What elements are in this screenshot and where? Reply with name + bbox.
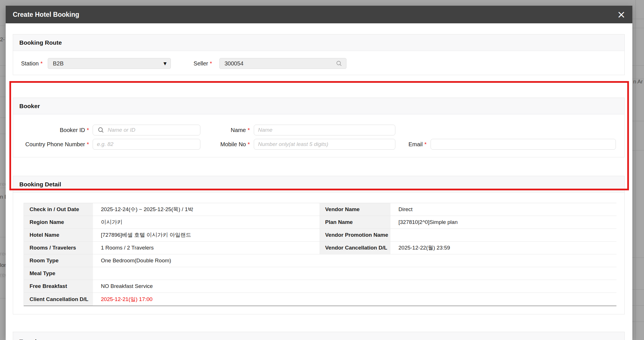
empty-cell xyxy=(319,293,390,306)
screen: 2- ree n B ree lor ree n Ar Create Hotel… xyxy=(0,0,644,340)
chevron-down-icon: ▼ xyxy=(163,61,167,66)
travelers-header: Travelers xyxy=(13,332,624,340)
row-label: Check in / Out Date xyxy=(24,203,93,216)
empty-cell xyxy=(319,280,390,292)
background-text-fragment: lor xyxy=(0,262,6,268)
row-label: Meal Type xyxy=(24,267,93,280)
row-label: Room Type xyxy=(24,254,93,267)
booking-route-header: Booking Route xyxy=(13,34,624,51)
booking-detail-section: Booking Detail Check in / Out Date 2025-… xyxy=(13,176,625,314)
row-value: Direct xyxy=(390,203,616,216)
booking-route-body: Station* B2B ▼ Seller* 300054 xyxy=(13,51,624,75)
client-cancellation-deadline: 2025-12-21(일) 17:00 xyxy=(93,293,319,306)
section-title: Booker xyxy=(19,103,40,110)
create-hotel-booking-modal: Create Hotel Booking × Booking Route Sta… xyxy=(6,6,632,340)
table-row: Client Cancellation D/L 2025-12-21(일) 17… xyxy=(24,293,616,306)
background-text-fragment: 2- xyxy=(0,36,5,43)
row-value: [727896]베셀 호텔 이시가키 아일랜드 xyxy=(93,229,319,241)
modal-title: Create Hotel Booking xyxy=(13,6,79,23)
row-label: Vendor Cancellation D/L xyxy=(319,242,390,254)
close-icon[interactable]: × xyxy=(615,8,628,21)
required-mark: * xyxy=(248,127,250,133)
row-value: One Bedroom(Double Room) xyxy=(93,254,319,267)
seller-label: Seller* xyxy=(172,58,212,69)
background-divider xyxy=(632,28,644,28)
mobile-no-label: Mobile No* xyxy=(184,139,250,150)
table-row: Room Type One Bedroom(Double Room) xyxy=(24,254,616,267)
background-divider xyxy=(632,19,644,19)
required-mark: * xyxy=(87,127,89,133)
empty-cell xyxy=(390,293,616,306)
table-row: Free Breakfast NO Breakfast Service xyxy=(24,280,616,293)
seller-value: 300054 xyxy=(225,60,336,67)
background-divider xyxy=(0,65,6,66)
required-mark: * xyxy=(248,141,250,147)
station-label: Station* xyxy=(13,58,43,69)
required-mark: * xyxy=(87,141,89,147)
booking-detail-header: Booking Detail xyxy=(13,176,624,193)
background-divider xyxy=(632,121,644,121)
row-label: Free Breakfast xyxy=(24,280,93,292)
row-value: 이시가키 xyxy=(93,216,319,228)
background-divider xyxy=(632,65,644,66)
empty-cell xyxy=(319,254,390,267)
row-label: Client Cancellation D/L xyxy=(24,293,93,306)
empty-cell xyxy=(390,280,616,292)
row-value xyxy=(390,229,616,241)
background-divider xyxy=(632,150,644,151)
booking-detail-table: Check in / Out Date 2025-12-24(수) ~ 2025… xyxy=(24,203,616,306)
booker-body: Booker ID* Name* Country Phone Number* xyxy=(13,114,624,157)
background-divider xyxy=(0,188,6,188)
row-value: 1 Rooms / 2 Travelers xyxy=(93,242,319,254)
seller-field[interactable]: 300054 xyxy=(219,58,346,69)
table-row: Region Name 이시가키 Plan Name [327810|2^0]S… xyxy=(24,216,616,229)
background-divider xyxy=(0,26,6,26)
empty-cell xyxy=(390,267,616,280)
background-divider xyxy=(632,305,644,306)
email-input[interactable] xyxy=(431,139,616,150)
name-label: Name* xyxy=(184,125,250,135)
row-label: Rooms / Travelers xyxy=(24,242,93,254)
background-divider xyxy=(635,0,636,340)
background-divider xyxy=(0,76,6,76)
row-value: [327810|2^0]Simple plan xyxy=(390,216,616,228)
modal-header: Create Hotel Booking × xyxy=(6,6,632,23)
background-divider xyxy=(0,298,6,298)
email-label: Email* xyxy=(370,139,427,150)
section-title: Booking Detail xyxy=(19,181,61,188)
empty-cell xyxy=(390,254,616,267)
background-divider xyxy=(632,289,644,290)
background-divider xyxy=(632,257,644,258)
background-divider xyxy=(0,118,6,118)
travelers-section: Travelers xyxy=(13,332,625,340)
row-label: Vendor Name xyxy=(319,203,390,216)
section-title: Travelers xyxy=(19,338,45,340)
required-mark: * xyxy=(424,141,427,147)
required-mark: * xyxy=(40,60,43,67)
row-label: Hotel Name xyxy=(24,229,93,241)
table-row: Check in / Out Date 2025-12-24(수) ~ 2025… xyxy=(24,203,616,216)
background-divider xyxy=(0,237,6,237)
row-label: Vendor Promotion Name xyxy=(319,229,390,241)
row-value xyxy=(93,267,319,280)
table-row: Meal Type xyxy=(24,267,616,280)
table-row: Rooms / Travelers 1 Rooms / 2 Travelers … xyxy=(24,242,616,254)
row-label: Plan Name xyxy=(319,216,390,228)
background-divider xyxy=(0,97,6,97)
booking-route-section: Booking Route Station* B2B ▼ Seller* 300… xyxy=(13,34,625,75)
row-value: 2025-12-22(월) 23:59 xyxy=(390,242,616,254)
name-input[interactable] xyxy=(254,125,395,135)
station-value: B2B xyxy=(53,60,163,67)
search-icon xyxy=(336,60,342,67)
table-row: Hotel Name [727896]베셀 호텔 이시가키 아일랜드 Vendo… xyxy=(24,229,616,242)
booker-section: Booker Booker ID* Name* Country P xyxy=(13,98,625,157)
station-select[interactable]: B2B ▼ xyxy=(48,58,171,69)
background-divider xyxy=(632,322,644,322)
background-divider xyxy=(0,134,6,134)
booker-header: Booker xyxy=(13,98,624,114)
row-label: Region Name xyxy=(24,216,93,228)
section-title: Booking Route xyxy=(19,39,62,46)
booker-id-label: Booker ID* xyxy=(24,125,89,135)
background-text-fragment: n Ar xyxy=(633,79,643,85)
row-value: 2025-12-24(수) ~ 2025-12-25(목) / 1박 xyxy=(93,203,319,216)
